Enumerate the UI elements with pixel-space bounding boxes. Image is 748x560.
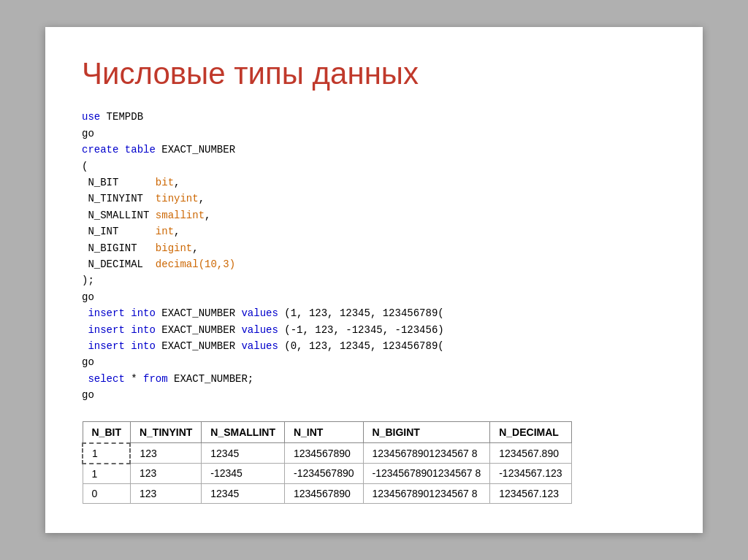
code-line-4: ( — [82, 158, 666, 174]
code-line-7: N_SMALLINT smallint, — [82, 207, 666, 223]
slide: Числовые типы данных use TEMPDB go creat… — [45, 27, 703, 532]
table-row: 1 123 12345 1234567890 12345678901234567… — [83, 443, 571, 464]
code-line-1: use TEMPDB — [82, 109, 666, 125]
col-ntinyint: N_TINYINT — [130, 421, 201, 443]
col-nint: N_INT — [284, 421, 363, 443]
code-line-13: insert into EXACT_NUMBER values (1, 123,… — [82, 305, 666, 321]
cell-row1-nbit: 1 — [83, 443, 130, 464]
results-table: N_BIT N_TINYINT N_SMALLINT N_INT N_BIGIN… — [82, 421, 572, 504]
col-nbigint: N_BIGINT — [363, 421, 490, 443]
cell-row3-ntinyint: 123 — [130, 483, 201, 503]
col-nbit: N_BIT — [83, 421, 130, 443]
table-row: 0 123 12345 1234567890 12345678901234567… — [83, 483, 571, 503]
code-line-3: create table EXACT_NUMBER — [82, 142, 666, 158]
cell-row2-nsmallint: -12345 — [202, 464, 285, 484]
code-block: use TEMPDB go create table EXACT_NUMBER … — [82, 109, 666, 403]
cell-row1-nbigint: 12345678901234567 8 — [363, 443, 490, 464]
cell-row3-ndecimal: 1234567.123 — [490, 483, 571, 503]
code-line-17: select * from EXACT_NUMBER; — [82, 371, 666, 387]
col-nsmallint: N_SMALLINT — [202, 421, 285, 443]
code-line-8: N_INT int, — [82, 223, 666, 239]
cell-row1-nsmallint: 12345 — [202, 443, 285, 464]
cell-row1-nint: 1234567890 — [284, 443, 363, 464]
code-line-10: N_DECIMAL decimal(10,3) — [82, 256, 666, 272]
code-line-9: N_BIGINT bigint, — [82, 240, 666, 256]
table-row: 1 123 -12345 -1234567890 -12345678901234… — [83, 464, 571, 484]
cell-row2-ndecimal: -1234567.123 — [490, 464, 571, 484]
table-header-row: N_BIT N_TINYINT N_SMALLINT N_INT N_BIGIN… — [83, 421, 571, 443]
code-line-2: go — [82, 126, 666, 142]
cell-row3-nbit: 0 — [83, 483, 130, 503]
code-line-16: go — [82, 354, 666, 370]
code-line-6: N_TINYINT tinyint, — [82, 191, 666, 207]
cell-row2-nint: -1234567890 — [284, 464, 363, 484]
code-line-11: ); — [82, 272, 666, 288]
code-line-15: insert into EXACT_NUMBER values (0, 123,… — [82, 338, 666, 354]
code-line-18: go — [82, 387, 666, 403]
cell-row2-nbit: 1 — [83, 464, 130, 484]
cell-row2-ntinyint: 123 — [130, 464, 201, 484]
code-line-14: insert into EXACT_NUMBER values (-1, 123… — [82, 322, 666, 338]
cell-row2-nbigint: -12345678901234567 8 — [363, 464, 490, 484]
cell-row3-nbigint: 12345678901234567 8 — [363, 483, 490, 503]
code-line-12: go — [82, 289, 666, 305]
cell-row1-ndecimal: 1234567.890 — [490, 443, 571, 464]
slide-title: Числовые типы данных — [82, 56, 666, 91]
col-ndecimal: N_DECIMAL — [490, 421, 571, 443]
cell-row1-ntinyint: 123 — [130, 443, 201, 464]
code-line-5: N_BIT bit, — [82, 174, 666, 191]
cell-row3-nsmallint: 12345 — [202, 483, 285, 503]
cell-row3-nint: 1234567890 — [284, 483, 363, 503]
